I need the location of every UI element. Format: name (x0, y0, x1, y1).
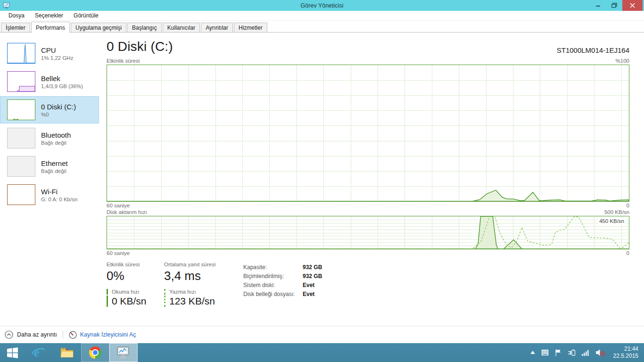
sidebar-wifi-title: Wi-Fi (41, 188, 77, 196)
wifi-mini-graph (7, 184, 35, 205)
device-model: ST1000LM014-1EJ164 (557, 46, 629, 54)
sidebar-item-bluetooth[interactable]: Bluetooth Bağlı değil (0, 124, 107, 152)
window-controls (590, 0, 644, 11)
window-title: Görev Yöneticisi (0, 2, 644, 9)
disk-stats: Etkinlik süresi 0% Okuma hızı 0 KB/sn Or… (107, 262, 629, 307)
tab-kullanicilar[interactable]: Kullanıcılar (163, 23, 200, 33)
write-speed-value: 123 KB/sn (164, 296, 224, 307)
taskbar-clock[interactable]: 21:44 22.5.2015 (613, 346, 640, 360)
sidebar-bluetooth-title: Bluetooth (41, 131, 71, 139)
screen: Görev Yöneticisi (0, 0, 644, 362)
svg-text:e: e (34, 346, 39, 359)
tab-baslangic[interactable]: Başlangıç (127, 23, 162, 33)
minimize-button[interactable] (590, 0, 606, 11)
sidebar-wifi-subtitle: G: 0 A: 0 Kb/sn (41, 197, 77, 202)
restore-button[interactable] (606, 0, 622, 11)
show-hidden-icons-chevron[interactable] (530, 351, 535, 354)
activity-chart-x-right: 0 (627, 203, 629, 208)
sidebar-disk-subtitle: %0 (41, 112, 76, 117)
sidebar-disk-title: 0 Diski (C:) (41, 103, 76, 111)
menu-bar: Dosya Seçenekler Görüntüle (0, 11, 644, 21)
resource-monitor-icon (69, 331, 77, 339)
file-explorer-icon (60, 347, 74, 358)
footer-separator (63, 331, 63, 338)
fewer-details-label: Daha az ayrıntı (17, 331, 57, 338)
sidebar-cpu-title: CPU (41, 46, 73, 54)
detail-row-page-file: Disk belleği dosyası: Evet (243, 289, 322, 298)
open-resource-monitor-link[interactable]: Kaynak İzleyicisini Aç (69, 331, 136, 339)
bluetooth-mini-graph (7, 128, 35, 148)
disk-performance-panel: 0 Diski (C:) ST1000LM014-1EJ164 Etkinlik… (107, 33, 640, 323)
close-button[interactable] (622, 0, 643, 11)
fewer-details-button[interactable]: Daha az ayrıntı (5, 330, 57, 339)
write-speed-label: Yazma hızı (164, 289, 224, 295)
tab-ayrintilar[interactable]: Ayrıntılar (201, 23, 233, 33)
activity-chart-title: Etkinlik süresi (107, 58, 140, 64)
read-speed-value: 0 KB/sn (107, 296, 152, 307)
clock-date: 22.5.2015 (613, 353, 638, 360)
power-plug-icon[interactable] (568, 349, 576, 356)
tab-hizmetler[interactable]: Hizmetler (234, 23, 267, 33)
sidebar-item-cpu[interactable]: CPU 1% 1,22 GHz (0, 40, 107, 67)
activity-chart-max-label: %100 (616, 58, 629, 64)
title-bar[interactable]: Görev Yöneticisi (0, 0, 644, 11)
sidebar-ethernet-title: Ethernet (41, 159, 68, 167)
system-tray: 21:44 22.5.2015 (530, 343, 644, 362)
transfer-chart-x-left: 60 saniye (107, 250, 130, 256)
sidebar-memory-subtitle: 1,4/3,9 GB (36%) (41, 83, 83, 89)
content: CPU 1% 1,22 GHz Bellek 1,4/3,9 GB (36%) (0, 33, 644, 323)
menu-goruntule[interactable]: Görüntüle (69, 11, 103, 20)
sidebar-item-wifi[interactable]: Wi-Fi G: 0 A: 0 Kb/sn (0, 181, 107, 208)
cpu-mini-graph (7, 43, 35, 64)
tab-performans[interactable]: Performans (31, 22, 70, 33)
sidebar-bluetooth-subtitle: Bağlı değil (41, 140, 71, 146)
menu-secenekler[interactable]: Seçenekler (30, 11, 68, 20)
activity-chart-x-left: 60 saniye (107, 203, 130, 208)
network-signal-icon[interactable] (582, 349, 590, 356)
ethernet-mini-graph (7, 156, 35, 177)
performance-sidebar: CPU 1% 1,22 GHz Bellek 1,4/3,9 GB (36%) (0, 33, 107, 323)
taskbar: e (0, 343, 644, 362)
transfer-chart-x-right: 0 (627, 250, 629, 256)
task-manager-icon (116, 346, 131, 359)
transfer-chart-scale-label: 450 KB/sn (598, 218, 625, 224)
resource-monitor-label: Kaynak İzleyicisini Aç (80, 331, 136, 338)
tab-islemler[interactable]: İşlemler (1, 23, 30, 33)
menu-dosya[interactable]: Dosya (4, 11, 29, 20)
chevron-up-circle-icon (5, 330, 13, 339)
transfer-chart-title: Disk aktarım hızı (107, 209, 147, 215)
disk-detail-grid: Kapasite: 932 GB Biçimlendirilmiş: 932 G… (243, 263, 322, 307)
file-explorer-button[interactable] (53, 343, 81, 362)
internet-explorer-icon: e (32, 346, 45, 359)
start-button[interactable] (0, 343, 25, 362)
clock-time: 21:44 (624, 346, 638, 353)
page-title: 0 Diski (C:) (107, 39, 173, 54)
internet-explorer-button[interactable]: e (25, 343, 53, 362)
avg-response-label: Ortalama yanıt süresi (164, 262, 224, 267)
active-time-value: 0% (107, 269, 152, 283)
transfer-chart-max-label: 500 KB/sn (604, 209, 629, 215)
task-manager-button[interactable] (109, 343, 138, 362)
disk-activity-chart (107, 65, 629, 202)
detail-row-capacity: Kapasite: 932 GB (243, 263, 322, 272)
read-speed-label: Okuma hızı (107, 289, 152, 295)
sidebar-item-ethernet[interactable]: Ethernet Bağlı değil (0, 153, 107, 180)
action-center-flag-icon[interactable] (555, 349, 561, 356)
tab-bar: İşlemler Performans Uygulama geçmişi Baş… (0, 21, 644, 33)
avg-response-value: 3,4 ms (164, 269, 224, 283)
chrome-button[interactable] (81, 343, 109, 362)
volume-muted-icon[interactable] (596, 349, 605, 356)
sidebar-memory-title: Bellek (41, 74, 83, 82)
touch-keyboard-icon[interactable] (541, 349, 549, 356)
disk-transfer-chart: 450 KB/sn (107, 216, 629, 249)
detail-row-formatted: Biçimlendirilmiş: 932 GB (243, 272, 322, 280)
detail-row-system-disk: Sistem diski: Evet (243, 280, 322, 289)
disk-mini-graph (7, 99, 35, 120)
footer-bar: Daha az ayrıntı Kaynak İzleyicisini Aç (0, 326, 644, 343)
sidebar-cpu-subtitle: 1% 1,22 GHz (41, 55, 73, 61)
tab-uygulama-gecmisi[interactable]: Uygulama geçmişi (71, 23, 126, 33)
task-manager-window: Görev Yöneticisi (0, 0, 644, 323)
sidebar-item-disk[interactable]: 0 Diski (C:) %0 (0, 96, 99, 123)
active-time-label: Etkinlik süresi (107, 262, 152, 267)
sidebar-item-memory[interactable]: Bellek 1,4/3,9 GB (36%) (0, 68, 107, 95)
